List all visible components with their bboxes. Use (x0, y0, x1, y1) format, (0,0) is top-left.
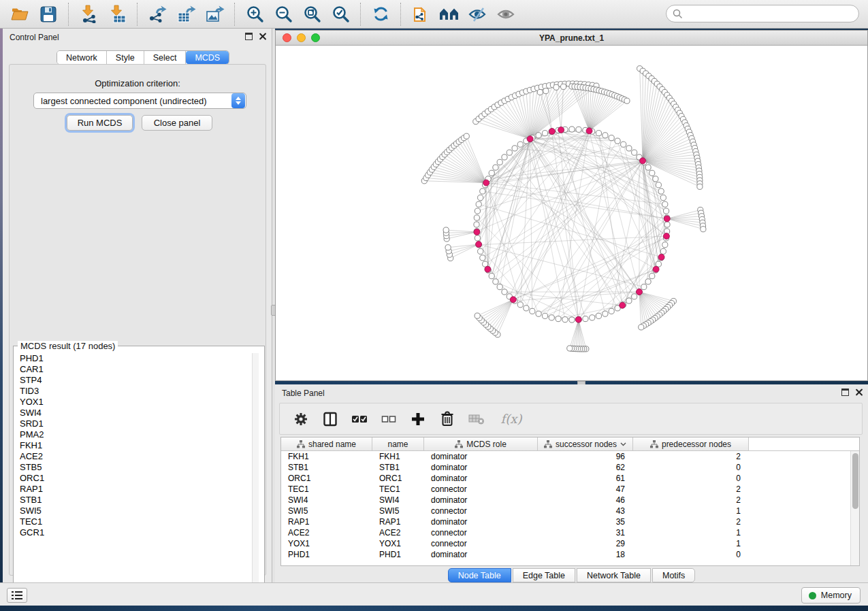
mcds-node[interactable] (640, 158, 646, 164)
export-network-button[interactable] (146, 3, 169, 26)
refresh-button[interactable] (369, 3, 392, 26)
network-node[interactable] (626, 146, 632, 151)
mcds-node[interactable] (620, 302, 626, 308)
save-session-button[interactable] (37, 3, 60, 26)
function-builder-button[interactable]: f(x) (497, 410, 526, 428)
mcds-result-item[interactable]: STB1 (15, 495, 251, 506)
network-node[interactable] (542, 313, 547, 318)
network-node[interactable] (641, 284, 647, 290)
tab-select[interactable]: Select (144, 51, 187, 64)
mcds-result-item[interactable]: TEC1 (15, 516, 251, 527)
mcds-result-item[interactable]: ORC1 (15, 473, 251, 484)
network-node[interactable] (497, 159, 502, 165)
table-scrollbar[interactable] (850, 451, 859, 565)
mcds-result-item[interactable]: SRD1 (15, 418, 251, 429)
run-mcds-button[interactable]: Run MCDS (67, 115, 133, 131)
mcds-node[interactable] (586, 128, 592, 134)
network-node[interactable] (621, 142, 626, 147)
table-row[interactable]: ACE2ACE2connector311 (281, 527, 859, 538)
network-node[interactable] (569, 127, 575, 132)
mcds-result-item[interactable]: SWI4 (15, 408, 251, 418)
table-row[interactable]: RAP1RAP1dominator352 (281, 516, 859, 527)
mcds-result-item[interactable]: FKH1 (15, 440, 251, 451)
mcds-node[interactable] (658, 254, 664, 260)
network-node[interactable] (480, 188, 485, 194)
network-node[interactable] (615, 138, 620, 144)
network-node[interactable] (639, 325, 644, 330)
hide-selected-button[interactable] (466, 3, 489, 26)
mcds-result-list[interactable]: PHD1CAR1STP4TID3YOX1SWI4SRD1PMA2FKH1ACE2… (15, 353, 251, 596)
add-column-button[interactable] (409, 410, 427, 428)
table-row[interactable]: ORC1ORC1dominator610 (281, 473, 859, 484)
close-panel-icon[interactable] (259, 33, 266, 40)
network-node[interactable] (624, 98, 630, 103)
table-row[interactable]: TEC1TEC1connector472 (281, 484, 859, 495)
network-node[interactable] (517, 302, 523, 308)
network-node[interactable] (645, 165, 651, 170)
zoom-selected-button[interactable] (329, 3, 352, 26)
export-image-button[interactable] (203, 3, 226, 26)
memory-button[interactable]: Memory (801, 587, 861, 604)
network-node[interactable] (602, 311, 608, 316)
network-node[interactable] (502, 154, 507, 160)
select-all-button[interactable] (351, 410, 368, 428)
network-node[interactable] (596, 131, 601, 136)
search-box[interactable] (666, 5, 859, 22)
float-panel-icon[interactable] (841, 389, 849, 396)
network-node[interactable] (664, 222, 670, 227)
network-node[interactable] (543, 88, 549, 94)
column-header-mcds-role[interactable]: MCDS role (424, 437, 538, 450)
network-node[interactable] (493, 279, 498, 284)
duplicate-network-button[interactable] (409, 3, 432, 26)
mcds-node[interactable] (636, 288, 642, 295)
network-node[interactable] (576, 127, 581, 132)
tab-motifs[interactable]: Motifs (652, 568, 695, 582)
network-node[interactable] (443, 227, 449, 233)
mcds-result-item[interactable]: RAP1 (15, 484, 251, 495)
network-window-titlebar[interactable]: YPA_prune.txt_1 (276, 31, 867, 46)
network-node[interactable] (474, 215, 479, 220)
task-history-button[interactable] (7, 588, 27, 603)
tab-network[interactable]: Network (57, 51, 107, 64)
network-node[interactable] (569, 317, 575, 323)
network-node[interactable] (649, 170, 655, 176)
network-node[interactable] (475, 235, 480, 241)
mcds-result-item[interactable]: CAR1 (15, 364, 251, 375)
network-node[interactable] (602, 133, 608, 138)
network-node[interactable] (656, 182, 661, 188)
network-node[interactable] (609, 135, 614, 141)
tab-node-table[interactable]: Node Table (448, 568, 511, 582)
network-node[interactable] (476, 201, 481, 207)
network-node[interactable] (660, 195, 666, 200)
network-node[interactable] (653, 176, 658, 182)
network-node[interactable] (536, 311, 541, 316)
mcds-result-item[interactable]: ACE2 (15, 451, 251, 462)
mcds-result-item[interactable]: SWI5 (15, 506, 251, 516)
network-node[interactable] (662, 242, 668, 248)
column-header-name[interactable]: name (372, 437, 424, 450)
network-node[interactable] (445, 245, 451, 250)
close-panel-icon[interactable] (855, 389, 863, 396)
network-node[interactable] (474, 222, 479, 227)
table-row[interactable]: FKH1FKH1dominator962 (281, 451, 859, 462)
mcds-result-item[interactable]: TID3 (15, 386, 251, 397)
network-node[interactable] (517, 142, 523, 147)
mcds-result-item[interactable]: PHD1 (15, 353, 251, 364)
mcds-node[interactable] (558, 127, 564, 133)
window-close-button[interactable] (283, 33, 291, 42)
table-row[interactable]: SWI4SWI4dominator462 (281, 495, 859, 506)
network-node[interactable] (626, 298, 632, 303)
unselect-all-button[interactable] (380, 410, 398, 428)
network-node[interactable] (590, 315, 595, 320)
mcds-node[interactable] (510, 297, 516, 303)
mcds-node[interactable] (575, 316, 581, 323)
window-zoom-button[interactable] (311, 33, 320, 42)
column-header-shared-name[interactable]: shared name (281, 437, 372, 450)
import-table-button[interactable] (106, 3, 129, 26)
mcds-result-item[interactable]: GCR1 (15, 527, 251, 538)
network-node[interactable] (524, 306, 529, 311)
column-header-successor-nodes[interactable]: successor nodes (538, 437, 633, 450)
float-panel-icon[interactable] (245, 33, 253, 40)
network-node[interactable] (542, 131, 547, 136)
mcds-node[interactable] (476, 242, 482, 248)
